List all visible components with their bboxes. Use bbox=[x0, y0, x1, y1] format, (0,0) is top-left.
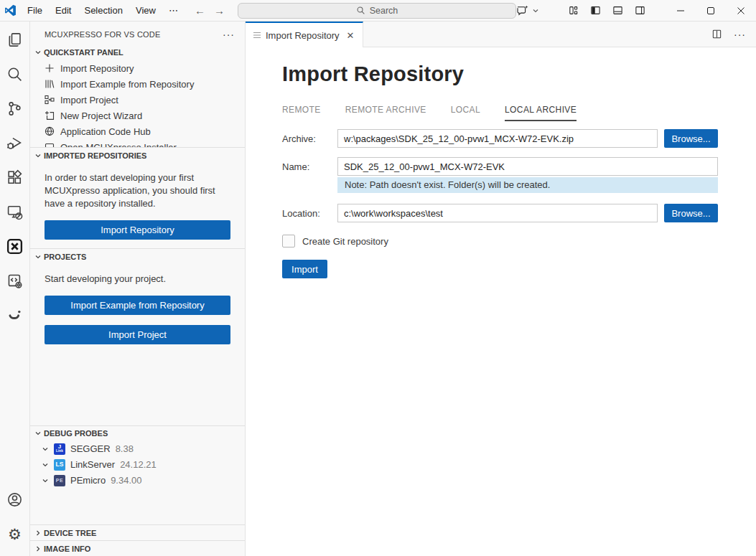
path-note: Note: Path doesn't exist. Folder(s) will… bbox=[337, 177, 718, 193]
import-example-button[interactable]: Import Example from Repository bbox=[45, 296, 230, 315]
probe-segger[interactable]: JLink SEGGER 8.38 bbox=[30, 441, 245, 457]
menu-edit[interactable]: Edit bbox=[49, 3, 78, 19]
toggle-panel-icon[interactable] bbox=[612, 5, 623, 16]
sidebar-title: MCUXPRESSO FOR VS CODE bbox=[45, 30, 223, 39]
sidebar-item-import-example[interactable]: Import Example from Repository bbox=[30, 76, 245, 92]
archive-browse-button[interactable]: Browse... bbox=[664, 129, 718, 148]
tab-local-archive[interactable]: LOCAL ARCHIVE bbox=[505, 105, 577, 121]
chevron-down-icon bbox=[32, 150, 44, 161]
editor-area: Import Repository ✕ ··· Import Repositor… bbox=[246, 22, 756, 556]
section-debug-probes[interactable]: DEBUG PROBES bbox=[30, 425, 245, 441]
location-input[interactable] bbox=[337, 204, 658, 222]
chevron-down-icon bbox=[39, 459, 51, 471]
tab-close-icon[interactable]: ✕ bbox=[344, 29, 357, 42]
split-editor-icon[interactable] bbox=[711, 29, 722, 39]
toggle-primary-sidebar-icon[interactable] bbox=[590, 5, 601, 16]
files-icon[interactable] bbox=[3, 27, 27, 52]
activity-bar: ⚙ bbox=[0, 22, 30, 556]
tab-import-repository[interactable]: Import Repository ✕ bbox=[246, 22, 363, 47]
vscode-logo bbox=[0, 4, 21, 17]
sidebar-item-import-repository[interactable]: Import Repository bbox=[30, 60, 245, 76]
menu-more[interactable]: ⋯ bbox=[162, 3, 185, 19]
section-quickstart-panel[interactable]: QUICKSTART PANEL bbox=[30, 44, 245, 60]
chevron-down-icon bbox=[32, 428, 44, 439]
config-tools-icon[interactable] bbox=[3, 268, 27, 293]
globe-icon bbox=[44, 126, 55, 137]
mcuxpresso-icon[interactable] bbox=[3, 234, 27, 258]
history-forward-icon[interactable]: → bbox=[214, 4, 225, 17]
probe-linkserver[interactable]: LS LinkServer 24.12.21 bbox=[30, 457, 245, 473]
create-git-checkbox[interactable] bbox=[282, 235, 295, 248]
tab-local[interactable]: LOCAL bbox=[451, 105, 480, 121]
maximize-icon[interactable] bbox=[696, 0, 726, 22]
history-back-icon[interactable]: ← bbox=[195, 4, 205, 17]
chevron-down-icon bbox=[32, 47, 44, 58]
search-view-icon[interactable] bbox=[3, 62, 27, 86]
menu-file[interactable]: File bbox=[21, 3, 49, 19]
import-project-button[interactable]: Import Project bbox=[45, 325, 230, 344]
plus-icon bbox=[44, 62, 55, 74]
tab-remote[interactable]: REMOTE bbox=[282, 105, 321, 121]
library-icon bbox=[44, 78, 55, 90]
pemicro-icon: PE bbox=[54, 475, 65, 486]
section-image-info[interactable]: IMAGE INFO bbox=[30, 540, 245, 556]
run-debug-icon[interactable] bbox=[3, 131, 27, 155]
chevron-down-icon bbox=[532, 7, 539, 14]
installer-icon bbox=[44, 141, 55, 147]
new-project-icon bbox=[44, 110, 55, 121]
import-button[interactable]: Import bbox=[282, 260, 327, 278]
sidebar-item-import-project[interactable]: Import Project bbox=[30, 92, 245, 108]
sidebar: MCUXPRESSO FOR VS CODE ··· QUICKSTART PA… bbox=[30, 22, 246, 556]
section-projects[interactable]: PROJECTS bbox=[30, 248, 245, 264]
page-title: Import Repository bbox=[282, 62, 756, 86]
source-control-icon[interactable] bbox=[3, 96, 27, 121]
sidebar-item-open-mcuxpresso-installer[interactable]: Open MCUXpresso Installer bbox=[30, 139, 245, 147]
section-device-tree[interactable]: DEVICE TREE bbox=[30, 524, 245, 540]
name-input[interactable] bbox=[337, 157, 718, 176]
archive-input[interactable] bbox=[337, 129, 658, 148]
create-git-label: Create Git repository bbox=[302, 236, 388, 247]
toggle-secondary-sidebar-icon[interactable] bbox=[635, 5, 645, 16]
chevron-right-icon bbox=[32, 527, 44, 539]
copilot-icon bbox=[516, 4, 530, 17]
extensions-icon[interactable] bbox=[3, 165, 27, 189]
webview-icon bbox=[253, 32, 261, 39]
copilot-menu[interactable] bbox=[516, 4, 539, 17]
import-repository-button[interactable]: Import Repository bbox=[45, 220, 230, 240]
tab-remote-archive[interactable]: REMOTE ARCHIVE bbox=[345, 105, 426, 121]
sidebar-item-application-code-hub[interactable]: Application Code Hub bbox=[30, 123, 245, 139]
close-icon[interactable] bbox=[726, 0, 756, 22]
import-repository-page: Import Repository REMOTE REMOTE ARCHIVE … bbox=[246, 47, 756, 556]
linkserver-icon: LS bbox=[54, 459, 65, 471]
location-label: Location: bbox=[282, 208, 337, 219]
section-imported-repositories[interactable]: IMPORTED REPOSITORIES bbox=[30, 147, 245, 163]
account-icon[interactable] bbox=[3, 487, 27, 512]
import-form: Archive: Browse... Name: Note: Path does… bbox=[282, 129, 718, 278]
chevron-down-icon bbox=[39, 475, 51, 486]
sidebar-item-new-project-wizard[interactable]: New Project Wizard bbox=[30, 108, 245, 123]
customize-layout-icon[interactable] bbox=[568, 5, 579, 16]
settings-gear-icon[interactable]: ⚙ bbox=[3, 522, 27, 546]
minimize-icon[interactable] bbox=[666, 0, 696, 22]
imported-repositories-description: In order to start developing your first … bbox=[30, 163, 245, 212]
location-browse-button[interactable]: Browse... bbox=[664, 204, 718, 222]
editor-more-actions-icon[interactable]: ··· bbox=[734, 29, 746, 40]
page-tabs: REMOTE REMOTE ARCHIVE LOCAL LOCAL ARCHIV… bbox=[282, 105, 756, 121]
name-label: Name: bbox=[282, 161, 337, 172]
search-input[interactable]: Search bbox=[238, 3, 516, 19]
chevron-down-icon bbox=[39, 443, 51, 455]
import-project-icon bbox=[44, 94, 55, 105]
chevron-right-icon bbox=[32, 543, 44, 555]
probe-pemicro[interactable]: PE PEmicro 9.34.00 bbox=[30, 473, 245, 489]
search-placeholder: Search bbox=[370, 6, 398, 16]
sidebar-more-actions[interactable]: ··· bbox=[223, 29, 235, 40]
jlink-icon: JLink bbox=[54, 443, 65, 455]
peripherals-icon[interactable] bbox=[3, 303, 27, 327]
titlebar: File Edit Selection View ⋯ ← → Search bbox=[0, 0, 756, 22]
menu-selection[interactable]: Selection bbox=[78, 3, 129, 19]
editor-tab-bar: Import Repository ✕ ··· bbox=[246, 22, 756, 47]
archive-label: Archive: bbox=[282, 133, 337, 144]
remote-explorer-icon[interactable] bbox=[3, 199, 27, 224]
menu-view[interactable]: View bbox=[129, 3, 162, 19]
chevron-down-icon bbox=[32, 251, 44, 263]
